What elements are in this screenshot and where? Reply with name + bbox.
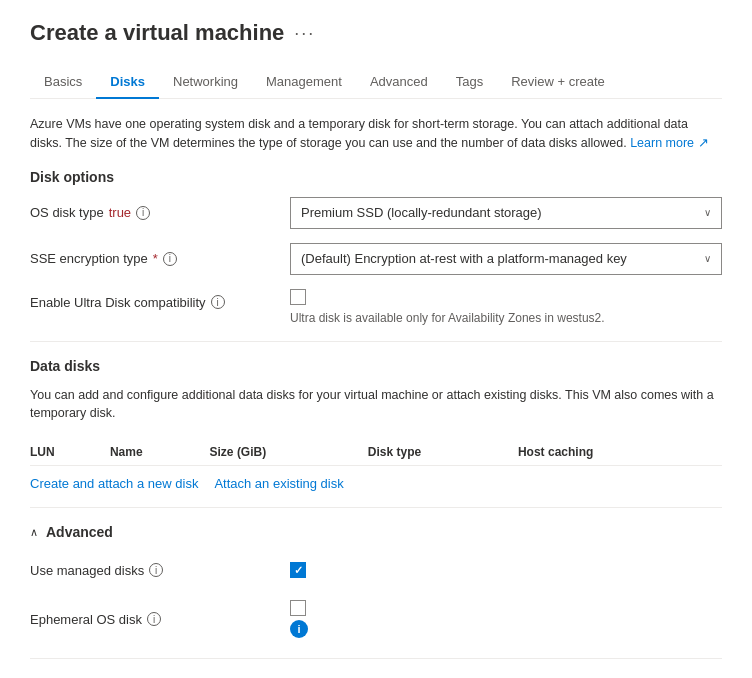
create-attach-disk-link[interactable]: Create and attach a new disk bbox=[30, 476, 198, 491]
ultra-disk-label: Enable Ultra Disk compatibility i bbox=[30, 289, 290, 310]
title-ellipsis: ··· bbox=[294, 23, 315, 44]
page-title: Create a virtual machine bbox=[30, 20, 284, 46]
os-disk-type-row: OS disk type true i Premium SSD (locally… bbox=[30, 197, 722, 229]
ephemeral-os-control: i bbox=[290, 600, 722, 638]
tab-advanced[interactable]: Advanced bbox=[356, 66, 442, 99]
ultra-disk-control: Ultra disk is available only for Availab… bbox=[290, 289, 722, 325]
ephemeral-os-checkbox[interactable] bbox=[290, 600, 306, 616]
os-disk-info-icon[interactable]: i bbox=[136, 206, 150, 220]
os-disk-type-label: OS disk type true i bbox=[30, 205, 290, 220]
managed-disks-row: Use managed disks i bbox=[30, 554, 722, 586]
sse-encryption-control: (Default) Encryption at-rest with a plat… bbox=[290, 243, 722, 275]
bottom-separator bbox=[30, 658, 722, 659]
os-disk-chevron-icon: ∨ bbox=[704, 207, 711, 218]
advanced-section-title: Advanced bbox=[46, 524, 113, 540]
col-disk-type: Disk type bbox=[368, 439, 518, 466]
ephemeral-os-row: Ephemeral OS disk i i bbox=[30, 600, 722, 638]
os-disk-type-value: Premium SSD (locally-redundant storage) bbox=[301, 205, 542, 220]
disk-options-separator bbox=[30, 341, 722, 342]
sse-encryption-row: SSE encryption type * i (Default) Encryp… bbox=[30, 243, 722, 275]
col-host-caching: Host caching bbox=[518, 439, 722, 466]
tab-management[interactable]: Management bbox=[252, 66, 356, 99]
attach-existing-disk-link[interactable]: Attach an existing disk bbox=[214, 476, 343, 491]
disk-actions: Create and attach a new disk Attach an e… bbox=[30, 476, 722, 491]
os-disk-type-select[interactable]: Premium SSD (locally-redundant storage) … bbox=[290, 197, 722, 229]
advanced-section: ∧ Advanced Use managed disks i Ephemeral… bbox=[30, 524, 722, 638]
tab-networking[interactable]: Networking bbox=[159, 66, 252, 99]
sse-encryption-label: SSE encryption type * i bbox=[30, 251, 290, 266]
sse-required-star: * bbox=[153, 251, 158, 266]
os-disk-required-star: true bbox=[109, 205, 131, 220]
managed-disks-label: Use managed disks i bbox=[30, 563, 290, 578]
ultra-disk-checkbox-wrapper bbox=[290, 289, 722, 305]
data-disks-title: Data disks bbox=[30, 358, 722, 374]
sse-chevron-icon: ∨ bbox=[704, 253, 711, 264]
ultra-disk-checkbox[interactable] bbox=[290, 289, 306, 305]
os-disk-type-control: Premium SSD (locally-redundant storage) … bbox=[290, 197, 722, 229]
tab-bar: Basics Disks Networking Management Advan… bbox=[30, 66, 722, 99]
description-text: Azure VMs have one operating system disk… bbox=[30, 117, 688, 150]
ephemeral-os-label: Ephemeral OS disk i bbox=[30, 612, 290, 627]
collapse-icon: ∧ bbox=[30, 526, 38, 539]
disk-options-title: Disk options bbox=[30, 169, 722, 185]
tab-review-create[interactable]: Review + create bbox=[497, 66, 619, 99]
data-disks-section: Data disks You can add and configure add… bbox=[30, 358, 722, 492]
col-lun: LUN bbox=[30, 439, 110, 466]
tab-basics[interactable]: Basics bbox=[30, 66, 96, 99]
ephemeral-os-info-icon[interactable]: i bbox=[147, 612, 161, 626]
sse-info-icon[interactable]: i bbox=[163, 252, 177, 266]
external-link-icon: ↗ bbox=[698, 136, 709, 150]
learn-more-link[interactable]: Learn more ↗ bbox=[630, 136, 708, 150]
ultra-disk-info-icon[interactable]: i bbox=[211, 295, 225, 309]
col-name: Name bbox=[110, 439, 210, 466]
managed-disks-info-icon[interactable]: i bbox=[149, 563, 163, 577]
ultra-disk-row: Enable Ultra Disk compatibility i Ultra … bbox=[30, 289, 722, 325]
managed-disks-control bbox=[290, 562, 722, 579]
sse-encryption-value: (Default) Encryption at-rest with a plat… bbox=[301, 251, 627, 266]
tab-disks[interactable]: Disks bbox=[96, 66, 159, 99]
advanced-header[interactable]: ∧ Advanced bbox=[30, 524, 722, 540]
data-disks-separator bbox=[30, 507, 722, 508]
managed-disks-checkbox[interactable] bbox=[290, 562, 306, 578]
disk-table-header-row: LUN Name Size (GiB) Disk type Host cachi… bbox=[30, 439, 722, 466]
tab-tags[interactable]: Tags bbox=[442, 66, 497, 99]
col-size: Size (GiB) bbox=[210, 439, 368, 466]
page-description: Azure VMs have one operating system disk… bbox=[30, 115, 722, 153]
ultra-disk-hint: Ultra disk is available only for Availab… bbox=[290, 309, 722, 325]
data-disks-table: LUN Name Size (GiB) Disk type Host cachi… bbox=[30, 439, 722, 466]
page-title-container: Create a virtual machine ··· bbox=[30, 20, 722, 46]
ephemeral-info-circle-icon[interactable]: i bbox=[290, 620, 308, 638]
sse-encryption-select[interactable]: (Default) Encryption at-rest with a plat… bbox=[290, 243, 722, 275]
data-disks-description: You can add and configure additional dat… bbox=[30, 386, 722, 424]
